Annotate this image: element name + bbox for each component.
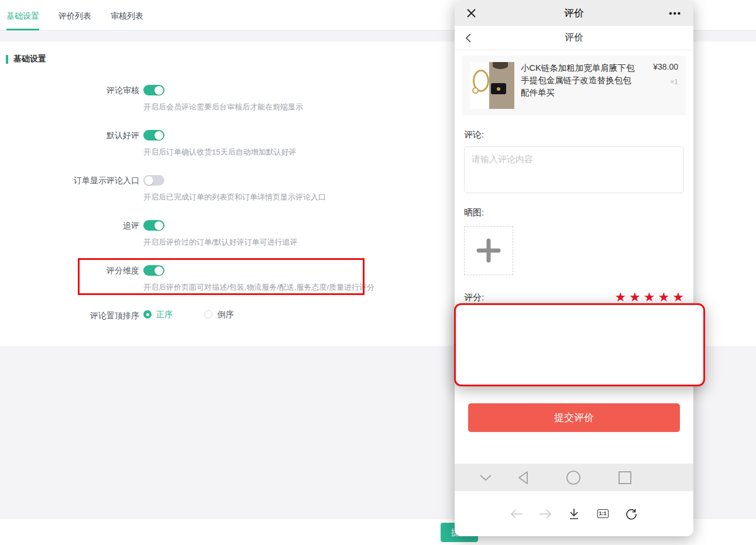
- android-back-icon[interactable]: [516, 470, 531, 485]
- phone-preview-panel: 评价 ••• 评价 小CK链条加粗加宽单肩腋下包手提包金属链子改造替换包包配件单…: [455, 0, 693, 536]
- setting-label: 评论审核: [0, 85, 143, 95]
- tab-audit-list[interactable]: 审核列表: [111, 0, 143, 30]
- android-nav-bar: [455, 464, 693, 491]
- setting-label: 评论置顶排序: [0, 310, 143, 321]
- tab-basic-settings[interactable]: 基础设置: [6, 0, 39, 30]
- setting-help-text: 开启后评价过的订单/默认好评订单可进行追评: [143, 238, 298, 246]
- comment-label: 评论:: [464, 129, 684, 140]
- dimension-star-rating[interactable]: ★★★★★: [614, 371, 687, 385]
- android-home-icon[interactable]: [566, 470, 581, 485]
- product-title: 小CK链条加粗加宽单肩腋下包手提包金属链子改造替换包包配件单买: [521, 62, 635, 109]
- dimension-row-description-packaging: 描述/包装 ★★★★★: [464, 322, 684, 344]
- order-comment-entry-toggle[interactable]: [143, 175, 164, 186]
- product-image: [470, 62, 514, 109]
- nav-back-icon[interactable]: [510, 508, 523, 520]
- overall-star-rating[interactable]: ★★★★★: [614, 290, 687, 304]
- radio-icon: [143, 310, 152, 318]
- in-app-nav-bar: 评价: [455, 26, 693, 50]
- dimension-row-logistics-delivery: 物流服务/配送 ★★★★★: [464, 344, 684, 366]
- more-menu-icon[interactable]: •••: [669, 8, 682, 18]
- tab-review-list[interactable]: 评价列表: [59, 0, 91, 30]
- nav-forward-icon[interactable]: [539, 508, 552, 520]
- setting-help-text: 开启后会员评论需要后台审核后才能在前端显示: [143, 103, 303, 111]
- sort-option-descending[interactable]: 倒序: [204, 310, 233, 318]
- wechat-title-bar: 评价 •••: [455, 0, 693, 26]
- photo-upload-button[interactable]: [464, 226, 513, 275]
- android-recents-icon[interactable]: [617, 470, 633, 485]
- product-card[interactable]: 小CK链条加粗加宽单肩腋下包手提包金属链子改造替换包包配件单买 ¥38.00 ×…: [462, 56, 686, 115]
- wechat-page-title: 评价: [455, 6, 693, 20]
- default-good-review-toggle[interactable]: [143, 130, 164, 140]
- submit-review-button[interactable]: 提交评价: [468, 403, 680, 432]
- setting-label: 追评: [0, 220, 143, 231]
- plus-icon: [475, 237, 502, 264]
- section-accent-bar: [6, 55, 8, 64]
- model-with-bag-image: [489, 62, 514, 109]
- setting-help-text: 开启后已完成订单的列表页和订单详情页显示评论入口: [143, 193, 326, 201]
- dimension-label: 服务态度/质量: [464, 372, 519, 383]
- radio-label: 倒序: [217, 310, 233, 318]
- section-title: 基础设置: [13, 54, 46, 64]
- download-icon[interactable]: [568, 508, 580, 520]
- in-app-page-title: 评价: [455, 32, 693, 44]
- rating-dimensions-section: 描述/包装 ★★★★★ 物流服务/配送 ★★★★★ 服务态度/质量 ★★★★★: [455, 317, 693, 396]
- radio-icon: [204, 310, 212, 318]
- gold-chain-image: [470, 62, 489, 109]
- one-to-one-zoom-icon[interactable]: 1:1: [596, 508, 609, 520]
- setting-help-text: 开启后评价页面可对描述/包装,物流服务/配送,服务态度/质量进行评分: [143, 283, 374, 292]
- setting-label: 默认好评: [0, 130, 143, 140]
- chevron-down-icon[interactable]: [478, 470, 493, 485]
- dimension-row-service-quality: 服务态度/质量 ★★★★★: [464, 366, 684, 389]
- setting-label: 评分维度: [0, 265, 143, 276]
- comment-input[interactable]: [464, 146, 684, 193]
- back-chevron-icon[interactable]: [465, 33, 472, 43]
- dimension-label: 物流服务/配送: [464, 350, 519, 361]
- rating-dimensions-toggle[interactable]: [143, 265, 164, 276]
- devtools-toolbar: 1:1: [455, 491, 693, 536]
- radio-label: 正序: [156, 310, 173, 318]
- overall-rating-row: 评分: ★★★★★: [464, 290, 684, 304]
- refresh-icon[interactable]: [625, 508, 638, 520]
- setting-label: 订单显示评论入口: [0, 175, 143, 186]
- setting-help-text: 开启后订单确认收货15天后自动增加默认好评: [143, 148, 296, 156]
- close-icon[interactable]: [466, 8, 476, 18]
- dimension-label: 描述/包装: [464, 328, 501, 339]
- product-price: ¥38.00: [642, 62, 678, 71]
- dimension-star-rating[interactable]: ★★★★★: [614, 326, 687, 340]
- photo-upload-label: 晒图:: [464, 207, 684, 218]
- follow-up-review-toggle[interactable]: [143, 220, 164, 231]
- dimension-star-rating[interactable]: ★★★★★: [614, 348, 687, 362]
- product-quantity: ×1: [642, 78, 678, 86]
- rating-label: 评分:: [464, 292, 484, 303]
- sort-option-ascending[interactable]: 正序: [143, 310, 173, 318]
- comment-audit-toggle[interactable]: [143, 85, 164, 95]
